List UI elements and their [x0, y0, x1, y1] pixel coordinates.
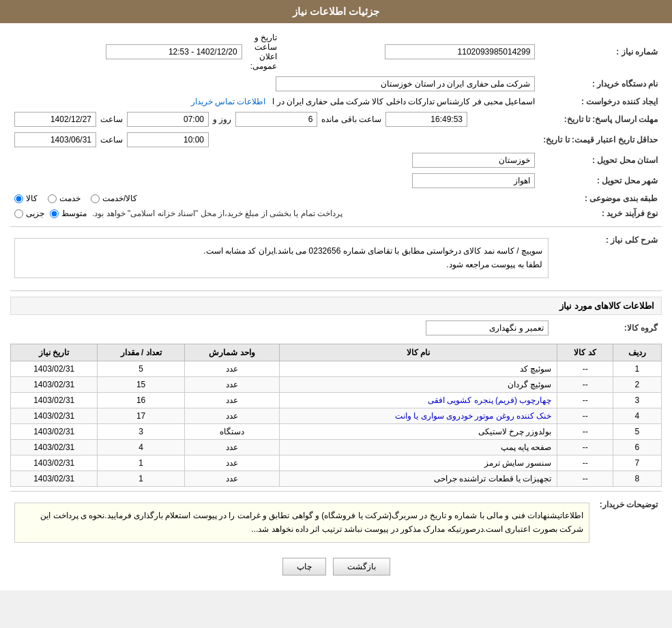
- goods-group-value: تعمیر و نگهداری: [10, 318, 553, 338]
- cell-unit-number: عدد: [184, 361, 279, 376]
- page-title: جزئیات اطلاعات نیاز: [293, 5, 379, 17]
- table-row: 6 -- صفحه پایه پمپ عدد 4 1403/02/31: [11, 439, 662, 455]
- cell-need-date: 1403/02/31: [11, 455, 98, 470]
- purchase-jozi-radio[interactable]: [14, 209, 23, 218]
- back-button[interactable]: بازگشت: [333, 558, 390, 575]
- price-time-label: ساعت: [100, 135, 123, 145]
- table-row: 2 -- سوئیچ گردان عدد 15 1403/02/31: [11, 376, 662, 392]
- city-row: شهر محل تحویل : اهواز: [10, 170, 662, 191]
- price-date-input: 1403/06/31: [14, 132, 96, 147]
- col-unit-number: واحد شمارش: [184, 344, 279, 361]
- description-text2: لطفا به پیوست مراجعه شود.: [20, 258, 542, 271]
- info-table: شماره نیاز : 1102093985014299 تاریخ و سا…: [10, 30, 662, 221]
- cell-product-code: --: [557, 439, 613, 455]
- cell-count-amount: 1: [98, 455, 184, 470]
- purchase-motavasset-label: متوسط: [61, 209, 87, 218]
- goods-group-table: گروه کالا: تعمیر و نگهداری: [10, 318, 662, 338]
- description-table: شرح کلی نیاز : سوییچ / کاسه نمد کالای در…: [10, 231, 662, 285]
- category-khadamat-item: خدمت: [48, 194, 81, 203]
- cell-product-name: سوئیچ گردان: [280, 376, 557, 392]
- contact-link[interactable]: اطلاعات تماس خریدار: [191, 97, 266, 106]
- city-label: شهر محل تحویل :: [539, 170, 662, 191]
- need-number-input: 1102093985014299: [385, 44, 535, 59]
- goods-table-body: 1 -- سوئیچ کد عدد 5 1403/02/31 2 -- سوئی…: [11, 361, 662, 486]
- notes-value: اطلاعاتیشنهادات فنی و مالی با شماره و تا…: [10, 496, 594, 550]
- category-kala-khadamat-radio[interactable]: [91, 194, 100, 203]
- cell-product-name: سنسور سایش ترمز: [280, 455, 557, 470]
- send-date-row: مهلت ارسال پاسخ: تا تاریخ: 1402/12/27 سا…: [10, 109, 662, 130]
- need-number-row: شماره نیاز : 1102093985014299 تاریخ و سا…: [10, 30, 662, 74]
- cell-unit-number: عدد: [184, 470, 279, 486]
- page-wrapper: جزئیات اطلاعات نیاز شماره نیاز : 1102093…: [0, 0, 672, 590]
- category-kala-khadamat-label: کالا/خدمت: [102, 194, 137, 203]
- purchase-motavasset-radio[interactable]: [50, 209, 59, 218]
- send-date-values: 1402/12/27 ساعت 07:00 روز و 6 ساعت باقی …: [10, 109, 539, 130]
- cell-unit-number: عدد: [184, 439, 279, 455]
- cell-need-date: 1403/02/31: [11, 470, 98, 486]
- goods-group-label: گروه کالا:: [553, 318, 662, 338]
- cell-product-name: چهارچوب (فریم) پنجره کشویی افقی: [280, 392, 557, 408]
- notes-label: توضیحات خریدار:: [594, 496, 662, 550]
- cell-need-date: 1403/02/31: [11, 423, 98, 439]
- goods-table-header: ردیف کد کالا نام کالا واحد شمارش تعداد /…: [11, 344, 662, 361]
- buyer-org-label: نام دستگاه خریدار :: [539, 74, 662, 94]
- send-date-input: 1402/12/27: [14, 112, 96, 127]
- need-number-value: 1102093985014299: [281, 30, 539, 74]
- cell-row-num: 1: [613, 361, 661, 376]
- cell-product-code: --: [557, 408, 613, 423]
- purchase-jozi-label: جزیی: [26, 209, 44, 218]
- cell-count-amount: 17: [98, 408, 184, 423]
- cell-product-code: --: [557, 361, 613, 376]
- col-row-num: ردیف: [613, 344, 661, 361]
- goods-header-row: ردیف کد کالا نام کالا واحد شمارش تعداد /…: [11, 344, 662, 361]
- creator-label: ایجاد کننده درخواست :: [539, 94, 662, 109]
- cell-unit-number: دستگاه: [184, 423, 279, 439]
- purchase-type-options: جزیی متوسط پرداخت تمام یا بخشی از مبلغ خ…: [10, 206, 539, 221]
- category-khadamat-radio[interactable]: [48, 194, 57, 203]
- col-count-amount: تعداد / مقدار: [98, 344, 184, 361]
- province-row: استان محل تحویل : خوزستان: [10, 150, 662, 170]
- category-khadamat-label: خدمت: [59, 194, 81, 203]
- announce-label: تاریخ و ساعت اعلان عمومی:: [246, 30, 281, 74]
- cell-product-code: --: [557, 470, 613, 486]
- cell-product-name: خنک کننده روغن موتور خودروی سواری یا وان…: [280, 408, 557, 423]
- table-row: 5 -- بولدوزر چرخ لاستیکی دستگاه 3 1403/0…: [11, 423, 662, 439]
- creator-text: اسماعیل محبی فر کارشناس تداركات داخلی کا…: [272, 97, 535, 106]
- print-button[interactable]: چاپ: [282, 558, 326, 575]
- city-value: اهواز: [10, 170, 539, 191]
- goods-table: ردیف کد کالا نام کالا واحد شمارش تعداد /…: [10, 344, 662, 487]
- cell-product-name: بولدوزر چرخ لاستیکی: [280, 423, 557, 439]
- announce-value: 1402/12/20 - 12:53: [10, 30, 246, 74]
- creator-row: ایجاد کننده درخواست : اسماعیل محبی فر کا…: [10, 94, 662, 109]
- cell-row-num: 2: [613, 376, 661, 392]
- cell-product-code: --: [557, 392, 613, 408]
- cell-unit-number: عدد: [184, 455, 279, 470]
- cell-row-num: 6: [613, 439, 661, 455]
- price-date-values: 1403/06/31 ساعت 10:00: [10, 130, 539, 150]
- main-content: شماره نیاز : 1102093985014299 تاریخ و سا…: [0, 23, 672, 590]
- cell-count-amount: 16: [98, 392, 184, 408]
- category-kala-khadamat-item: کالا/خدمت: [91, 194, 137, 203]
- col-product-name: نام کالا: [280, 344, 557, 361]
- price-date-label: حداقل تاریخ اعتبار قیمت: تا تاریخ:: [539, 130, 662, 150]
- purchase-jozi-item: جزیی: [14, 209, 44, 218]
- category-label: طبقه بندی موضوعی :: [539, 191, 662, 206]
- cell-row-num: 7: [613, 455, 661, 470]
- cell-need-date: 1403/02/31: [11, 392, 98, 408]
- cell-product-name: سوئیچ کد: [280, 361, 557, 376]
- price-time-input: 10:00: [127, 132, 209, 147]
- cell-need-date: 1403/02/31: [11, 439, 98, 455]
- table-row: 8 -- تجهیزات یا قطعات تراشنده جراحی عدد …: [11, 470, 662, 486]
- divider-1: [10, 226, 662, 227]
- divider-3: [10, 491, 662, 492]
- description-row: شرح کلی نیاز : سوییچ / کاسه نمد کالای در…: [10, 231, 662, 285]
- cell-count-amount: 4: [98, 439, 184, 455]
- cell-need-date: 1403/02/31: [11, 376, 98, 392]
- table-row: 4 -- خنک کننده روغن موتور خودروی سواری ی…: [11, 408, 662, 423]
- send-time-label: ساعت: [100, 115, 123, 124]
- send-date-label: مهلت ارسال پاسخ: تا تاریخ:: [539, 109, 662, 130]
- send-remaining-label: ساعت باقی مانده: [321, 115, 381, 124]
- goods-section-title: اطلاعات کالاهای مورد نیاز: [10, 297, 662, 315]
- table-row: 1 -- سوئیچ کد عدد 5 1403/02/31: [11, 361, 662, 376]
- category-kala-radio[interactable]: [14, 194, 23, 203]
